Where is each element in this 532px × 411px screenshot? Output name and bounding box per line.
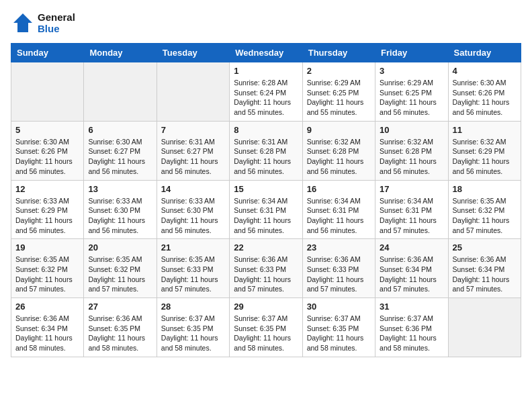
logo: GeneralBlue — [11, 11, 75, 35]
calendar-week-2: 5Sunrise: 6:30 AMSunset: 6:26 PMDaylight… — [11, 121, 521, 180]
day-number: 6 — [88, 125, 152, 135]
header-monday: Monday — [84, 44, 157, 62]
day-number: 26 — [15, 302, 79, 312]
day-info: Sunrise: 6:35 AMSunset: 6:32 PMDaylight:… — [15, 255, 79, 294]
calendar-cell: 30Sunrise: 6:37 AMSunset: 6:35 PMDayligh… — [302, 298, 375, 357]
calendar-cell — [448, 298, 521, 357]
day-number: 29 — [234, 302, 298, 312]
calendar-cell: 26Sunrise: 6:36 AMSunset: 6:34 PMDayligh… — [11, 298, 84, 357]
day-number: 3 — [380, 66, 443, 76]
day-info: Sunrise: 6:33 AMSunset: 6:29 PMDaylight:… — [15, 196, 79, 236]
day-info: Sunrise: 6:37 AMSunset: 6:35 PMDaylight:… — [161, 314, 225, 353]
day-info: Sunrise: 6:36 AMSunset: 6:35 PMDaylight:… — [88, 314, 152, 353]
calendar-cell: 18Sunrise: 6:35 AMSunset: 6:32 PMDayligh… — [448, 180, 521, 239]
day-number: 22 — [234, 242, 298, 253]
calendar-week-5: 26Sunrise: 6:36 AMSunset: 6:34 PMDayligh… — [11, 298, 521, 357]
calendar-cell: 13Sunrise: 6:33 AMSunset: 6:30 PMDayligh… — [84, 180, 157, 239]
calendar-cell — [84, 62, 157, 122]
day-info: Sunrise: 6:36 AMSunset: 6:33 PMDaylight:… — [307, 255, 371, 294]
day-info: Sunrise: 6:36 AMSunset: 6:33 PMDaylight:… — [234, 255, 298, 294]
calendar-cell: 28Sunrise: 6:37 AMSunset: 6:35 PMDayligh… — [157, 298, 229, 357]
calendar-header-row: SundayMondayTuesdayWednesdayThursdayFrid… — [11, 44, 521, 62]
day-info: Sunrise: 6:31 AMSunset: 6:27 PMDaylight:… — [161, 137, 225, 177]
day-info: Sunrise: 6:32 AMSunset: 6:28 PMDaylight:… — [380, 137, 443, 177]
day-number: 23 — [307, 242, 371, 253]
day-info: Sunrise: 6:32 AMSunset: 6:28 PMDaylight:… — [307, 137, 371, 177]
day-number: 4 — [453, 66, 517, 76]
calendar-week-1: 1Sunrise: 6:28 AMSunset: 6:24 PMDaylight… — [11, 62, 521, 122]
day-info: Sunrise: 6:35 AMSunset: 6:33 PMDaylight:… — [161, 255, 225, 294]
calendar-cell: 3Sunrise: 6:29 AMSunset: 6:25 PMDaylight… — [375, 62, 448, 122]
day-number: 17 — [380, 184, 443, 194]
day-number: 14 — [161, 184, 225, 194]
day-number: 30 — [307, 302, 371, 312]
day-info: Sunrise: 6:35 AMSunset: 6:32 PMDaylight:… — [88, 255, 152, 294]
day-info: Sunrise: 6:37 AMSunset: 6:36 PMDaylight:… — [380, 314, 443, 353]
calendar-cell: 2Sunrise: 6:29 AMSunset: 6:25 PMDaylight… — [302, 62, 375, 122]
day-number: 28 — [161, 302, 225, 312]
day-number: 1 — [234, 66, 298, 76]
day-info: Sunrise: 6:34 AMSunset: 6:31 PMDaylight:… — [380, 196, 443, 236]
calendar-cell: 25Sunrise: 6:36 AMSunset: 6:34 PMDayligh… — [448, 239, 521, 298]
calendar-cell: 31Sunrise: 6:37 AMSunset: 6:36 PMDayligh… — [375, 298, 448, 357]
calendar-cell: 7Sunrise: 6:31 AMSunset: 6:27 PMDaylight… — [157, 121, 229, 180]
day-number: 19 — [15, 242, 79, 253]
day-info: Sunrise: 6:30 AMSunset: 6:26 PMDaylight:… — [15, 137, 79, 177]
calendar-cell: 1Sunrise: 6:28 AMSunset: 6:24 PMDaylight… — [230, 62, 302, 122]
day-info: Sunrise: 6:33 AMSunset: 6:30 PMDaylight:… — [161, 196, 225, 236]
day-number: 7 — [161, 125, 225, 135]
header-wednesday: Wednesday — [230, 44, 302, 62]
day-number: 24 — [380, 242, 443, 253]
day-info: Sunrise: 6:34 AMSunset: 6:31 PMDaylight:… — [307, 196, 371, 236]
day-info: Sunrise: 6:30 AMSunset: 6:26 PMDaylight:… — [453, 78, 517, 118]
day-info: Sunrise: 6:29 AMSunset: 6:25 PMDaylight:… — [307, 78, 371, 118]
calendar-cell — [157, 62, 229, 122]
day-info: Sunrise: 6:33 AMSunset: 6:30 PMDaylight:… — [88, 196, 152, 236]
calendar-cell: 21Sunrise: 6:35 AMSunset: 6:33 PMDayligh… — [157, 239, 229, 298]
day-number: 15 — [234, 184, 298, 194]
calendar-cell: 23Sunrise: 6:36 AMSunset: 6:33 PMDayligh… — [302, 239, 375, 298]
day-number: 18 — [453, 184, 517, 194]
calendar-cell: 10Sunrise: 6:32 AMSunset: 6:28 PMDayligh… — [375, 121, 448, 180]
day-number: 27 — [88, 302, 152, 312]
day-info: Sunrise: 6:28 AMSunset: 6:24 PMDaylight:… — [234, 78, 298, 118]
calendar-cell: 24Sunrise: 6:36 AMSunset: 6:34 PMDayligh… — [375, 239, 448, 298]
calendar-cell: 8Sunrise: 6:31 AMSunset: 6:28 PMDaylight… — [230, 121, 302, 180]
calendar-cell: 4Sunrise: 6:30 AMSunset: 6:26 PMDaylight… — [448, 62, 521, 122]
calendar-table: SundayMondayTuesdayWednesdayThursdayFrid… — [11, 43, 521, 357]
day-number: 12 — [15, 184, 79, 194]
calendar-cell: 6Sunrise: 6:30 AMSunset: 6:27 PMDaylight… — [84, 121, 157, 180]
day-number: 13 — [88, 184, 152, 194]
header-tuesday: Tuesday — [157, 44, 229, 62]
logo-blue: Blue — [38, 23, 75, 34]
header-saturday: Saturday — [448, 44, 521, 62]
calendar-cell: 12Sunrise: 6:33 AMSunset: 6:29 PMDayligh… — [11, 180, 84, 239]
calendar-cell: 17Sunrise: 6:34 AMSunset: 6:31 PMDayligh… — [375, 180, 448, 239]
header-friday: Friday — [375, 44, 448, 62]
calendar-cell: 9Sunrise: 6:32 AMSunset: 6:28 PMDaylight… — [302, 121, 375, 180]
day-info: Sunrise: 6:30 AMSunset: 6:27 PMDaylight:… — [88, 137, 152, 177]
logo-general: General — [38, 11, 75, 23]
day-number: 2 — [307, 66, 371, 76]
calendar-week-4: 19Sunrise: 6:35 AMSunset: 6:32 PMDayligh… — [11, 239, 521, 298]
day-number: 10 — [380, 125, 443, 135]
day-number: 11 — [453, 125, 517, 135]
calendar-cell: 19Sunrise: 6:35 AMSunset: 6:32 PMDayligh… — [11, 239, 84, 298]
day-info: Sunrise: 6:35 AMSunset: 6:32 PMDaylight:… — [453, 196, 517, 236]
logo-svg — [11, 11, 35, 35]
day-number: 20 — [88, 242, 152, 253]
calendar-cell: 20Sunrise: 6:35 AMSunset: 6:32 PMDayligh… — [84, 239, 157, 298]
calendar-cell: 5Sunrise: 6:30 AMSunset: 6:26 PMDaylight… — [11, 121, 84, 180]
day-info: Sunrise: 6:31 AMSunset: 6:28 PMDaylight:… — [234, 137, 298, 177]
day-info: Sunrise: 6:36 AMSunset: 6:34 PMDaylight:… — [15, 314, 79, 353]
day-info: Sunrise: 6:36 AMSunset: 6:34 PMDaylight:… — [380, 255, 443, 294]
day-info: Sunrise: 6:37 AMSunset: 6:35 PMDaylight:… — [234, 314, 298, 353]
day-number: 31 — [380, 302, 443, 312]
calendar-cell: 29Sunrise: 6:37 AMSunset: 6:35 PMDayligh… — [230, 298, 302, 357]
calendar-body: 1Sunrise: 6:28 AMSunset: 6:24 PMDaylight… — [11, 62, 521, 357]
calendar-cell: 16Sunrise: 6:34 AMSunset: 6:31 PMDayligh… — [302, 180, 375, 239]
calendar-cell: 27Sunrise: 6:36 AMSunset: 6:35 PMDayligh… — [84, 298, 157, 357]
svg-marker-0 — [13, 13, 32, 32]
calendar-cell: 11Sunrise: 6:32 AMSunset: 6:29 PMDayligh… — [448, 121, 521, 180]
calendar-cell: 14Sunrise: 6:33 AMSunset: 6:30 PMDayligh… — [157, 180, 229, 239]
